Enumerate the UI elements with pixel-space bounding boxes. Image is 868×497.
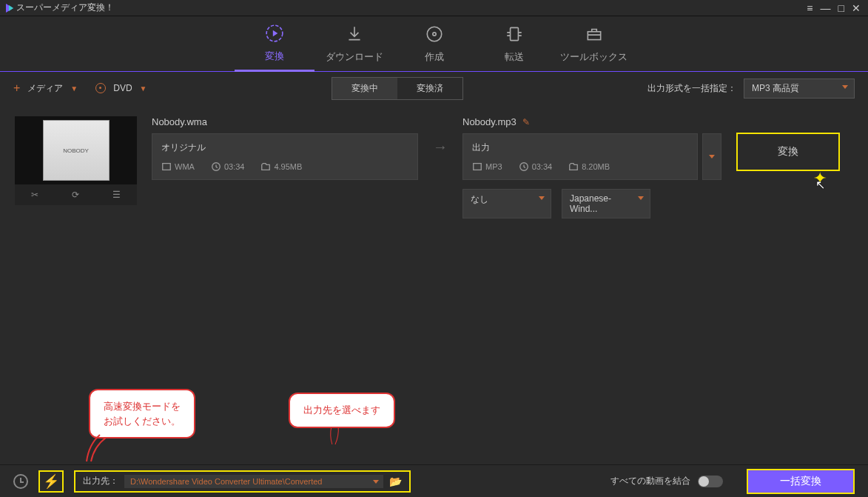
callout-tail-icon [326, 426, 345, 445]
create-icon [424, 24, 445, 44]
plus-icon: + [13, 81, 20, 95]
output-size: 8.20MB [568, 161, 610, 172]
output-column: Nobody.mp3 ✎ 出力 MP3 03:34 8.20MB なし Japa… [462, 116, 721, 219]
bottom-bar: ⚡ 出力先： D:\Wondershare Video Converter Ul… [0, 464, 868, 497]
logo-icon [6, 4, 13, 13]
schedule-icon[interactable] [13, 474, 28, 489]
chevron-down-icon: ▼ [140, 84, 147, 93]
add-media-button[interactable]: + メディア ▼ [13, 81, 78, 95]
output-format: MP3 [472, 161, 502, 172]
arrow-icon: → [433, 139, 448, 156]
seg-converted[interactable]: 変換済 [397, 78, 462, 99]
source-filename: Nobody.wma [152, 116, 418, 127]
source-info-box: オリジナル WMA 03:34 4.95MB [152, 133, 418, 180]
language-select[interactable]: Japanese-Wind... [562, 189, 650, 219]
toolbox-icon [584, 24, 605, 44]
toolbar: + メディア ▼ DVD ▼ 変換中 変換済 出力形式を一括指定： MP3 高品… [0, 72, 868, 104]
merge-label: すべての動画を結合 [610, 475, 690, 487]
crop-icon[interactable]: ⟳ [72, 190, 79, 200]
output-format-dropdown[interactable] [702, 133, 721, 180]
thumbnail-column: NOBODY ✂ ⟳ ☰ [15, 116, 137, 205]
svg-rect-4 [510, 27, 518, 40]
source-meta: WMA 03:34 4.95MB [161, 161, 408, 172]
close-icon[interactable]: ✕ [850, 2, 862, 14]
title-bar: スーパーメディア変換！ ≡ — □ ✕ [0, 0, 868, 16]
svg-rect-8 [474, 164, 482, 170]
menu-icon[interactable]: ≡ [805, 2, 814, 14]
cut-icon[interactable]: ✂ [31, 190, 38, 200]
path-label: 出力先： [83, 475, 118, 487]
source-duration: 03:34 [211, 161, 245, 172]
output-header: Nobody.mp3 ✎ [462, 116, 721, 127]
output-filename: Nobody.mp3 [462, 116, 517, 127]
tab-toolbox-label: ツールボックス [560, 50, 628, 64]
tab-toolbox[interactable]: ツールボックス [554, 16, 634, 72]
format-select[interactable]: MP3 高品質 [744, 79, 855, 99]
cursor-icon: ↖ [815, 178, 825, 192]
edit-icon[interactable]: ✎ [522, 117, 530, 127]
app-title: スーパーメディア変換！ [16, 1, 114, 14]
merge-row: すべての動画を結合 [610, 475, 723, 487]
format-label: 出力形式を一括指定： [647, 82, 736, 95]
tab-create[interactable]: 作成 [394, 16, 474, 72]
svg-rect-6 [163, 164, 171, 170]
subtitle-row: なし Japanese-Wind... [462, 189, 721, 219]
tab-convert-label: 変換 [265, 50, 284, 63]
svg-point-3 [432, 33, 435, 36]
output-info-box: 出力 MP3 03:34 8.20MB [462, 133, 698, 180]
chevron-down-icon: ▼ [70, 84, 78, 93]
thumbnail-tools: ✂ ⟳ ☰ [15, 184, 137, 205]
output-path-box: 出力先： D:\Wondershare Video Converter Ulti… [74, 470, 411, 493]
tab-convert[interactable]: 変換 [235, 16, 314, 72]
source-size: 4.95MB [260, 161, 302, 172]
source-format: WMA [161, 161, 195, 172]
convert-icon [264, 23, 285, 44]
path-select[interactable]: D:\Wondershare Video Converter Ultimate\… [124, 475, 383, 488]
merge-toggle[interactable] [698, 476, 723, 487]
source-title: オリジナル [161, 141, 408, 154]
bolt-icon: ⚡ [43, 473, 59, 490]
status-segment: 変換中 変換済 [332, 77, 463, 100]
thumbnail[interactable]: NOBODY [15, 116, 137, 184]
app-logo: スーパーメディア変換！ [6, 1, 114, 14]
tab-transfer[interactable]: 転送 [474, 16, 554, 72]
minimize-icon[interactable]: — [819, 2, 832, 14]
output-title: 出力 [472, 141, 688, 154]
output-duration: 03:34 [519, 161, 553, 172]
output-box-wrap: 出力 MP3 03:34 8.20MB [462, 133, 721, 180]
svg-marker-1 [272, 30, 277, 36]
seg-converting[interactable]: 変換中 [332, 78, 397, 99]
callout-tail-icon [85, 433, 107, 463]
source-column: Nobody.wma オリジナル WMA 03:34 4.95MB [152, 116, 418, 180]
tab-create-label: 作成 [425, 50, 444, 64]
settings-icon[interactable]: ☰ [112, 190, 121, 200]
convert-button[interactable]: 変換 [736, 133, 840, 171]
tab-download[interactable]: ダウンロード [314, 16, 394, 72]
folder-icon[interactable]: 📂 [389, 476, 402, 487]
high-speed-toggle[interactable]: ⚡ [38, 470, 64, 493]
svg-rect-5 [588, 32, 600, 40]
dvd-icon [95, 83, 106, 93]
download-icon [344, 24, 365, 44]
callout-output-path: 出力先を選べます [289, 393, 395, 428]
dvd-label: DVD [113, 83, 132, 93]
output-format-row: 出力形式を一括指定： MP3 高品質 [647, 79, 855, 99]
file-item: NOBODY ✂ ⟳ ☰ Nobody.wma オリジナル WMA 03:34 … [0, 104, 868, 219]
callout-high-speed: 高速変換モードを お試しください。 [89, 389, 195, 438]
subtitle-select[interactable]: なし [462, 189, 551, 219]
svg-point-2 [427, 27, 442, 41]
window-controls: ≡ — □ ✕ [805, 2, 862, 14]
transfer-icon [504, 24, 525, 44]
output-meta: MP3 03:34 8.20MB [472, 161, 688, 172]
thumbnail-image: NOBODY [43, 120, 110, 181]
batch-convert-button[interactable]: 一括変換 [747, 469, 855, 494]
add-media-label: メディア [27, 82, 63, 95]
tab-transfer-label: 転送 [505, 50, 524, 64]
tab-download-label: ダウンロード [326, 50, 383, 64]
main-tabs: 変換 ダウンロード 作成 転送 ツールボックス [0, 16, 868, 72]
dvd-button[interactable]: DVD ▼ [95, 83, 147, 93]
maximize-icon[interactable]: □ [837, 2, 846, 14]
